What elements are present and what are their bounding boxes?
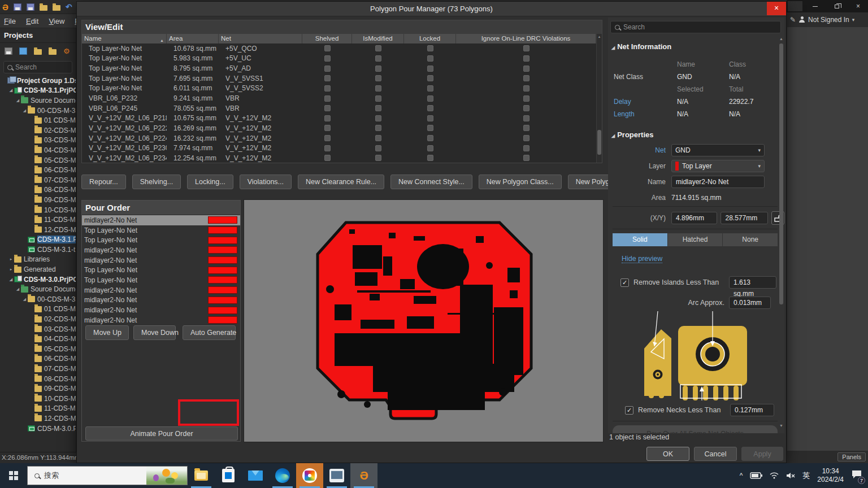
taskbar-search-input[interactable]: 搜索 bbox=[27, 466, 188, 485]
ismodified-checkbox[interactable] bbox=[375, 105, 381, 111]
locked-checkbox[interactable] bbox=[427, 125, 433, 131]
table-row[interactable]: Top Layer-No Net 10.678 sq.mm +5V_QCO bbox=[82, 43, 602, 54]
tree-item[interactable]: 12-CDS-M bbox=[0, 413, 76, 424]
ignore-drc-checkbox[interactable] bbox=[523, 66, 530, 72]
pour-order-item[interactable]: midlayer2-No Net bbox=[82, 255, 240, 265]
locked-checkbox[interactable] bbox=[427, 75, 433, 81]
table-row[interactable]: Top Layer-No Net 5.983 sq.mm +5V_UC bbox=[82, 54, 602, 64]
pcb-polygon-preview[interactable] bbox=[244, 199, 604, 442]
tree-item[interactable]: 07-CDS-M bbox=[0, 175, 76, 185]
table-row[interactable]: V_V_+12V_M2_L06_P218 10.675 sq.mm V_V_+1… bbox=[82, 113, 602, 123]
properties-search-input[interactable]: Search bbox=[610, 21, 781, 33]
pour-order-item[interactable]: midlayer2-No Net bbox=[82, 285, 240, 295]
action-button[interactable]: Locking... bbox=[187, 175, 233, 189]
projects-search-input[interactable]: Search bbox=[3, 61, 72, 73]
tree-item[interactable]: 04-CDS-M bbox=[0, 145, 76, 155]
table-row[interactable]: V_V_+12V_M2_L06_P234 12.254 sq.mm V_V_+1… bbox=[82, 153, 602, 163]
scroll-up-icon[interactable]: ▲ bbox=[597, 34, 602, 40]
pour-over-button-clipped[interactable]: Pour Over All Same Net Objects bbox=[613, 425, 778, 433]
locked-checkbox[interactable] bbox=[427, 66, 433, 72]
table-row[interactable]: V_V_+12V_M2_L06_P224 16.232 sq.mm V_V_+1… bbox=[82, 133, 602, 143]
ismodified-checkbox[interactable] bbox=[375, 75, 381, 81]
tree-item[interactable]: ◢ CDS-M-3.0.PrjPC bbox=[0, 274, 76, 285]
tree-item[interactable]: 06-CDS-M bbox=[0, 354, 76, 364]
tree-item[interactable]: CDS-M-3.1-t bbox=[0, 245, 76, 255]
action-button[interactable]: Shelving... bbox=[132, 175, 181, 189]
tree-item[interactable]: 03-CDS-M bbox=[0, 324, 76, 334]
taskbar-altium[interactable]: Ə bbox=[350, 463, 377, 488]
y-input[interactable]: 28.577mm bbox=[721, 212, 767, 224]
action-button[interactable]: New Connect Style... bbox=[390, 175, 472, 189]
length-link[interactable]: Length bbox=[614, 110, 677, 118]
ignore-drc-checkbox[interactable] bbox=[523, 75, 530, 81]
panel-scrollbar[interactable]: ▲ ▼ bbox=[779, 37, 784, 428]
ismodified-checkbox[interactable] bbox=[375, 155, 381, 161]
net-label[interactable]: Net bbox=[608, 146, 671, 154]
column-shelved[interactable]: Shelved bbox=[302, 34, 352, 43]
pour-order-item[interactable]: midlayer2-No Net bbox=[82, 315, 240, 325]
move-up-button[interactable]: Move Up bbox=[85, 325, 129, 340]
hide-preview-link[interactable]: Hide preview bbox=[622, 255, 662, 263]
open-project-icon[interactable] bbox=[53, 5, 60, 11]
table-row[interactable]: VBR_L06_P245 78.055 sq.mm VBR bbox=[82, 103, 602, 114]
dialog-titlebar[interactable]: Polygon Pour Manager (73 Polygons) × bbox=[77, 2, 786, 16]
taskbar-microsoft-store[interactable] bbox=[215, 463, 242, 488]
panels-button[interactable]: Panels bbox=[837, 452, 866, 461]
ime-indicator[interactable]: 英 bbox=[802, 470, 810, 481]
ignore-drc-checkbox[interactable] bbox=[523, 155, 530, 161]
locked-checkbox[interactable] bbox=[427, 105, 433, 111]
table-row[interactable]: VBR_L06_P232 9.241 sq.mm VBR bbox=[82, 93, 602, 103]
tree-item[interactable]: ▸ Generated bbox=[0, 264, 76, 274]
shelved-checkbox[interactable] bbox=[324, 55, 331, 62]
pour-order-item[interactable]: Top Layer-No Net bbox=[82, 235, 240, 245]
pen-icon[interactable]: ✎ bbox=[790, 16, 796, 24]
tree-item[interactable]: ◢ CDS-M-3.1.PrjPC bbox=[0, 86, 76, 96]
battery-icon[interactable] bbox=[750, 472, 762, 479]
shelved-checkbox[interactable] bbox=[324, 105, 331, 111]
layer-dropdown[interactable]: Top Layer▾ bbox=[671, 160, 765, 172]
x-input[interactable]: 4.896mm bbox=[671, 212, 717, 224]
ignore-drc-checkbox[interactable] bbox=[523, 105, 530, 111]
tree-expand-icon[interactable]: ◢ bbox=[21, 108, 28, 113]
shelved-checkbox[interactable] bbox=[324, 95, 331, 102]
move-down-button[interactable]: Move Down bbox=[133, 325, 176, 340]
tree-expand-icon[interactable]: ◢ bbox=[15, 287, 21, 291]
ismodified-checkbox[interactable] bbox=[375, 95, 381, 102]
tree-item[interactable]: 12-CDS-M bbox=[0, 225, 76, 235]
tree-item[interactable]: 10-CDS-M bbox=[0, 205, 76, 215]
ignore-drc-checkbox[interactable] bbox=[523, 145, 530, 151]
taskbar-file-explorer[interactable] bbox=[188, 463, 215, 488]
tree-item[interactable]: 09-CDS-M bbox=[0, 384, 76, 394]
column-name[interactable]: Name▲ bbox=[82, 34, 167, 43]
ignore-drc-checkbox[interactable] bbox=[523, 115, 530, 121]
shelved-checkbox[interactable] bbox=[324, 155, 331, 161]
volume-muted-icon[interactable] bbox=[786, 472, 795, 479]
tree-expand-icon[interactable]: ▸ bbox=[8, 257, 14, 262]
delay-link[interactable]: Delay bbox=[614, 98, 677, 106]
menu-file[interactable]: File bbox=[4, 17, 16, 25]
arc-approx-input[interactable]: 0.013mm bbox=[729, 297, 771, 309]
tree-item[interactable]: 09-CDS-M bbox=[0, 195, 76, 205]
name-input[interactable]: midlayer2-No Net bbox=[671, 176, 765, 188]
tree-expand-icon[interactable]: ▸ bbox=[8, 267, 14, 272]
tree-item[interactable]: 02-CDS-M bbox=[0, 125, 76, 136]
menu-view[interactable]: View bbox=[49, 17, 64, 25]
tree-item[interactable]: 06-CDS-M bbox=[0, 165, 76, 175]
ignore-drc-checkbox[interactable] bbox=[523, 125, 530, 131]
ignore-drc-checkbox[interactable] bbox=[523, 95, 530, 102]
locked-checkbox[interactable] bbox=[427, 145, 433, 151]
tree-item[interactable]: CDS-M-3.1.P bbox=[0, 235, 76, 245]
table-row[interactable]: Top Layer-No Net 7.695 sq.mm V_V_5VSS1 bbox=[82, 73, 602, 84]
taskbar-mail[interactable] bbox=[242, 463, 269, 488]
locked-checkbox[interactable] bbox=[427, 45, 433, 51]
open-icon[interactable] bbox=[40, 5, 47, 11]
tree-item[interactable]: 05-CDS-M bbox=[0, 344, 76, 354]
tree-item[interactable]: ◢ Source Documents bbox=[0, 284, 76, 294]
taskbar-edge[interactable] bbox=[269, 463, 296, 488]
ismodified-checkbox[interactable] bbox=[375, 85, 381, 91]
locked-checkbox[interactable] bbox=[427, 115, 433, 121]
table-row[interactable]: Top Layer-No Net 6.011 sq.mm V_V_5VSS2 bbox=[82, 84, 602, 94]
column-net[interactable]: Net bbox=[219, 34, 302, 43]
tree-item[interactable]: ◢ Source Documents bbox=[0, 95, 76, 106]
remove-islands-input[interactable]: 1.613 sq.mm bbox=[729, 276, 776, 289]
